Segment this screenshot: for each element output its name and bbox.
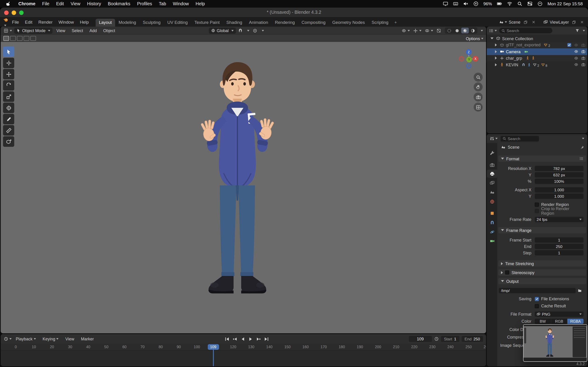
- timeline-ruler[interactable]: 0102030405060708090100110120130140150160…: [1, 344, 486, 350]
- tool-rotate[interactable]: [3, 80, 14, 91]
- battery-icon[interactable]: [497, 1, 502, 6]
- browse-folder-button[interactable]: [576, 288, 584, 293]
- outliner-row-kevin[interactable]: KEVIN 2 8: [487, 61, 587, 68]
- menubar-clock[interactable]: Mon 22 Sep 15:58: [548, 2, 583, 6]
- play-reverse-button[interactable]: [239, 336, 246, 342]
- play-button[interactable]: [247, 336, 254, 342]
- minimize-window-button[interactable]: [12, 10, 16, 15]
- tab-output[interactable]: [487, 170, 497, 178]
- workspace-tab-rendering[interactable]: Rendering: [271, 19, 298, 27]
- shading-material-preview-button[interactable]: [461, 28, 469, 33]
- color-bw-button[interactable]: BW: [535, 319, 551, 324]
- menubar-item-help[interactable]: Help: [192, 1, 208, 6]
- menubar-item-bookmarks[interactable]: Bookmarks: [104, 1, 134, 6]
- viewport-menu-add[interactable]: Add: [87, 28, 99, 33]
- format-presets-icon[interactable]: [579, 156, 583, 161]
- pan-hand-icon[interactable]: [474, 82, 483, 91]
- outliner-options-dropdown[interactable]: [583, 30, 585, 31]
- zoom-icon[interactable]: [474, 73, 483, 82]
- disable-in-renders-icon[interactable]: [581, 50, 586, 54]
- properties-search-input[interactable]: Search: [501, 136, 539, 141]
- playhead-chip[interactable]: 109: [208, 344, 219, 350]
- timeline-menu-view[interactable]: View: [63, 337, 77, 341]
- tool-move[interactable]: [3, 69, 14, 79]
- collection-include-checkbox[interactable]: [567, 43, 571, 47]
- workspace-tab-texture-paint[interactable]: Texture Paint: [191, 19, 223, 27]
- menubar-item-tab[interactable]: Tab: [156, 1, 170, 6]
- color-rgba-button[interactable]: RGBA: [568, 319, 584, 324]
- viewport-editor-type-button[interactable]: [2, 28, 13, 33]
- select-mode-invert[interactable]: [24, 36, 29, 41]
- outliner-row-scene-collection[interactable]: Scene Collection: [487, 35, 587, 42]
- menubar-item-history[interactable]: History: [84, 1, 104, 6]
- workspace-tab-scripting[interactable]: Scripting: [368, 19, 392, 27]
- timeline-menu-playback[interactable]: Playback: [13, 337, 38, 341]
- expand-icon[interactable]: [495, 63, 497, 66]
- cache-result-checkbox[interactable]: [535, 304, 539, 308]
- viewport-menu-select[interactable]: Select: [69, 28, 86, 33]
- hide-in-viewport-icon[interactable]: [574, 43, 578, 47]
- select-mode-intersect[interactable]: [30, 36, 36, 41]
- play-circle-icon[interactable]: [473, 1, 478, 6]
- section-stereoscopy[interactable]: Stereoscopy: [498, 269, 586, 276]
- unlink-scene-button[interactable]: [531, 20, 536, 25]
- menubar-item-edit[interactable]: Edit: [53, 1, 67, 6]
- tab-constraints[interactable]: [487, 218, 497, 227]
- zoom-window-button[interactable]: [19, 10, 24, 15]
- topbar-menu-edit[interactable]: Edit: [22, 20, 35, 25]
- jump-to-start-button[interactable]: [224, 336, 231, 342]
- camera-view-icon[interactable]: [474, 92, 483, 101]
- object-types-visibility-dropdown[interactable]: [401, 28, 411, 33]
- stereoscopy-checkbox[interactable]: [505, 270, 509, 275]
- siri-icon[interactable]: [537, 1, 543, 6]
- workspace-tab-sculpting[interactable]: Sculpting: [139, 19, 164, 27]
- tool-add-cube[interactable]: [3, 136, 14, 147]
- tool-annotate[interactable]: [3, 114, 14, 124]
- add-viewlayer-button[interactable]: [571, 20, 577, 25]
- overlays-dropdown[interactable]: [424, 28, 434, 33]
- frame-start-field[interactable]: 1: [535, 237, 583, 243]
- timeline-menu-marker[interactable]: Marker: [78, 337, 96, 341]
- topbar-menu-window[interactable]: Window: [56, 20, 77, 25]
- workspace-tab-layout[interactable]: Layout: [95, 19, 115, 27]
- menubar-item-profiles[interactable]: Profiles: [134, 1, 156, 6]
- file-format-dropdown[interactable]: PNG: [535, 311, 583, 317]
- keyboard-icon[interactable]: [453, 1, 458, 6]
- tab-world[interactable]: [487, 197, 497, 206]
- menubar-item-view[interactable]: View: [67, 1, 84, 6]
- next-keyframe-button[interactable]: [255, 336, 262, 342]
- tab-object-data[interactable]: [487, 237, 497, 245]
- section-time-stretching[interactable]: Time Stretching: [498, 260, 586, 267]
- character-model[interactable]: [189, 59, 286, 308]
- tool-options-dropdown[interactable]: Options: [466, 36, 484, 41]
- menubar-item-window[interactable]: Window: [170, 1, 192, 6]
- outliner-filter-icon[interactable]: [575, 28, 579, 33]
- shading-solid-button[interactable]: [453, 28, 461, 33]
- gizmos-dropdown[interactable]: [412, 28, 423, 33]
- outliner-search-input[interactable]: Search: [499, 28, 552, 33]
- resolution-x-field[interactable]: 782 px: [535, 166, 583, 171]
- menubar-item-file[interactable]: File: [39, 1, 53, 6]
- proportional-editing-toggle[interactable]: [251, 28, 258, 33]
- viewport-menu-view[interactable]: View: [54, 28, 68, 33]
- screenshot-thumbnail-overlay[interactable]: [523, 324, 587, 362]
- expand-icon[interactable]: [495, 50, 497, 53]
- wifi-icon[interactable]: [507, 1, 512, 6]
- tool-select-box[interactable]: [3, 46, 14, 57]
- disable-in-renders-icon[interactable]: [581, 63, 586, 67]
- frame-start-field-timeline[interactable]: Start1: [441, 336, 459, 342]
- tab-render[interactable]: [487, 161, 497, 169]
- select-mode-set[interactable]: [3, 36, 9, 41]
- disable-in-renders-icon[interactable]: [581, 43, 586, 47]
- tab-view-layer[interactable]: [487, 179, 497, 187]
- screen-mirroring-icon[interactable]: [443, 1, 448, 6]
- topbar-menu-render[interactable]: Render: [35, 20, 56, 25]
- aspect-x-field[interactable]: 1.000: [535, 187, 583, 192]
- xray-toggle[interactable]: [435, 28, 442, 33]
- outliner-row-camera[interactable]: Camera: [487, 48, 587, 55]
- viewport-canvas[interactable]: Z X Y: [1, 42, 486, 333]
- shading-wireframe-button[interactable]: [446, 28, 453, 33]
- tab-scene[interactable]: [487, 188, 497, 196]
- tab-physics[interactable]: [487, 228, 497, 236]
- workspace-tab-geometry-nodes[interactable]: Geometry Nodes: [329, 19, 368, 27]
